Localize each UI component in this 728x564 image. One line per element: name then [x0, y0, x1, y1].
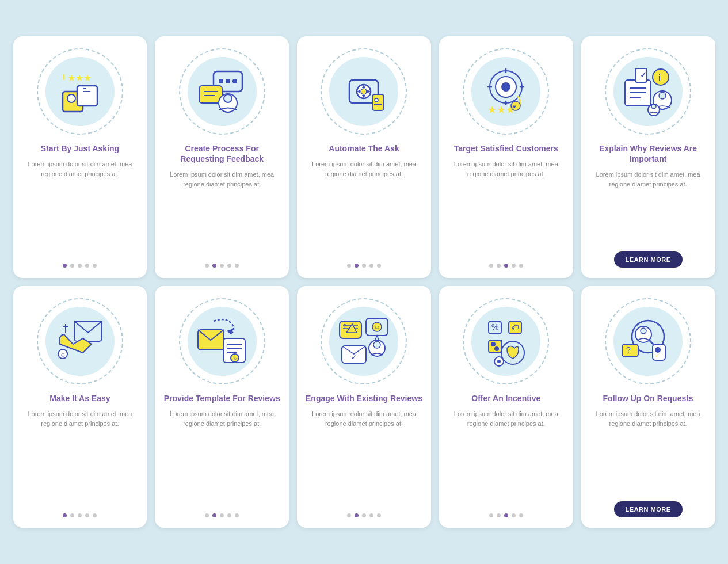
icon-hand-mail: ☺ [51, 313, 109, 370]
card-title-start-asking: Start By Just Asking [41, 143, 119, 154]
card-target-satisfied: ★★★ ♥ Target Satisfied CustomersLorem ip… [439, 36, 573, 278]
dot-1-provide-template[interactable] [212, 513, 216, 517]
dots-row-offer-incentive [489, 513, 523, 517]
card-body-provide-template: Lorem ipsum dolor sit dim amet, mea regi… [163, 409, 281, 505]
icon-target-stars: ★★★ ♥ [477, 63, 535, 120]
card-title-automate-ask: Automate The Ask [329, 143, 399, 154]
dot-1-target-satisfied[interactable] [497, 264, 501, 268]
dot-2-target-satisfied[interactable] [504, 264, 508, 268]
dot-2-provide-template[interactable] [220, 513, 224, 517]
dot-1-engage-reviews[interactable] [355, 513, 359, 517]
dot-3-engage-reviews[interactable] [369, 513, 373, 517]
dots-row-make-easy [63, 513, 97, 517]
icon-mail-template: ☺ [193, 313, 251, 370]
icon-gear-robot [335, 63, 392, 120]
card-grid: ☺ ★★★ Start By Just AskingLorem ipsum do… [13, 36, 715, 528]
svg-point-44 [651, 104, 656, 109]
icon-area-automate-ask [318, 45, 410, 138]
dot-2-engage-reviews[interactable] [362, 513, 366, 517]
dot-4-create-process[interactable] [235, 264, 239, 268]
icon-star-review: ☺ ★★★ [51, 63, 109, 120]
dot-0-engage-reviews[interactable] [347, 513, 351, 517]
dot-3-start-asking[interactable] [85, 264, 89, 268]
dot-4-offer-incentive[interactable] [519, 513, 523, 517]
svg-text:☺: ☺ [60, 352, 66, 358]
svg-point-10 [226, 79, 230, 83]
dot-1-automate-ask[interactable] [355, 264, 359, 268]
dot-2-start-asking[interactable] [78, 264, 82, 268]
dot-2-make-easy[interactable] [78, 513, 82, 517]
dot-0-provide-template[interactable] [205, 513, 209, 517]
card-body-engage-reviews: Lorem ipsum dolor sit dim amet, mea regi… [305, 409, 423, 505]
svg-point-39 [653, 69, 669, 85]
svg-text:☺: ☺ [232, 355, 238, 361]
card-title-explain-reviews: Explain Why Reviews Are Important [589, 143, 707, 164]
card-create-process: Create Process For Requesting FeedbackLo… [155, 36, 289, 278]
dot-2-automate-ask[interactable] [362, 264, 366, 268]
dot-3-target-satisfied[interactable] [512, 264, 516, 268]
dot-0-make-easy[interactable] [63, 513, 67, 517]
dot-2-create-process[interactable] [220, 264, 224, 268]
icon-magnify-head: ✓ ? [619, 313, 677, 370]
card-title-make-easy: Make It As Easy [49, 393, 110, 403]
svg-text:✓: ✓ [351, 353, 357, 361]
dots-row-engage-reviews [347, 513, 381, 517]
svg-text:?: ? [626, 345, 631, 355]
dot-1-make-easy[interactable] [70, 513, 74, 517]
learn-more-button-explain-reviews[interactable]: LEARN MORE [614, 251, 683, 268]
learn-more-button-follow-up[interactable]: LEARN MORE [614, 501, 683, 517]
dot-0-automate-ask[interactable] [347, 264, 351, 268]
card-body-follow-up: Lorem ipsum dolor sit dim amet, mea regi… [589, 409, 707, 493]
dot-0-target-satisfied[interactable] [489, 264, 493, 268]
dots-row-target-satisfied [489, 264, 523, 268]
dot-4-target-satisfied[interactable] [519, 264, 523, 268]
svg-point-21 [375, 98, 378, 102]
dots-row-provide-template [205, 513, 239, 517]
icon-area-target-satisfied: ★★★ ♥ [460, 45, 552, 138]
icon-area-create-process [176, 45, 268, 138]
dot-4-provide-template[interactable] [235, 513, 239, 517]
svg-point-25 [501, 82, 510, 92]
dot-4-make-easy[interactable] [93, 513, 97, 517]
svg-point-42 [659, 92, 666, 99]
dot-3-offer-incentive[interactable] [512, 513, 516, 517]
dot-4-start-asking[interactable] [93, 264, 97, 268]
svg-text:☺: ☺ [374, 324, 380, 330]
dots-row-automate-ask [347, 264, 381, 268]
svg-text:%: % [491, 322, 498, 331]
dot-3-create-process[interactable] [227, 264, 231, 268]
card-make-easy: ☺ Make It As EasyLorem ipsum dolor sit d… [13, 286, 147, 528]
dot-1-offer-incentive[interactable] [497, 513, 501, 517]
dot-1-create-process[interactable] [212, 264, 216, 268]
svg-point-9 [219, 79, 223, 83]
dots-row-create-process [205, 264, 239, 268]
icon-area-explain-reviews: ✓ i [602, 45, 694, 138]
icon-chat-support [193, 63, 251, 120]
dot-0-create-process[interactable] [205, 264, 209, 268]
dot-3-automate-ask[interactable] [369, 264, 373, 268]
card-title-target-satisfied: Target Satisfied Customers [454, 143, 558, 154]
card-title-engage-reviews: Engage With Existing Reviews [306, 393, 422, 403]
svg-marker-51 [227, 329, 234, 334]
card-follow-up: ✓ ? Follow Up On RequestsLorem ipsum dol… [581, 286, 715, 528]
dot-4-automate-ask[interactable] [377, 264, 381, 268]
icon-area-engage-reviews: ? ☺ ✓ [318, 295, 410, 387]
card-provide-template: ☺ Provide Template For ReviewsLorem ipsu… [155, 286, 289, 528]
dot-3-provide-template[interactable] [227, 513, 231, 517]
dot-0-offer-incentive[interactable] [489, 513, 493, 517]
dot-4-engage-reviews[interactable] [377, 513, 381, 517]
svg-text:✓: ✓ [640, 70, 647, 79]
dot-1-start-asking[interactable] [70, 264, 74, 268]
dot-0-start-asking[interactable] [63, 264, 67, 268]
dot-2-offer-incentive[interactable] [504, 513, 508, 517]
card-explain-reviews: ✓ i Explain Why Reviews Are ImportantLor… [581, 36, 715, 278]
card-title-provide-template: Provide Template For Reviews [164, 393, 280, 403]
card-body-offer-incentive: Lorem ipsum dolor sit dim amet, mea regi… [447, 409, 565, 505]
card-body-automate-ask: Lorem ipsum dolor sit dim amet, mea regi… [305, 159, 423, 256]
dots-row-start-asking [63, 264, 97, 268]
card-body-create-process: Lorem ipsum dolor sit dim amet, mea regi… [163, 170, 281, 256]
icon-info-person: ✓ i [619, 63, 677, 120]
svg-point-11 [232, 79, 237, 83]
dot-3-make-easy[interactable] [85, 513, 89, 517]
svg-rect-20 [372, 94, 384, 110]
